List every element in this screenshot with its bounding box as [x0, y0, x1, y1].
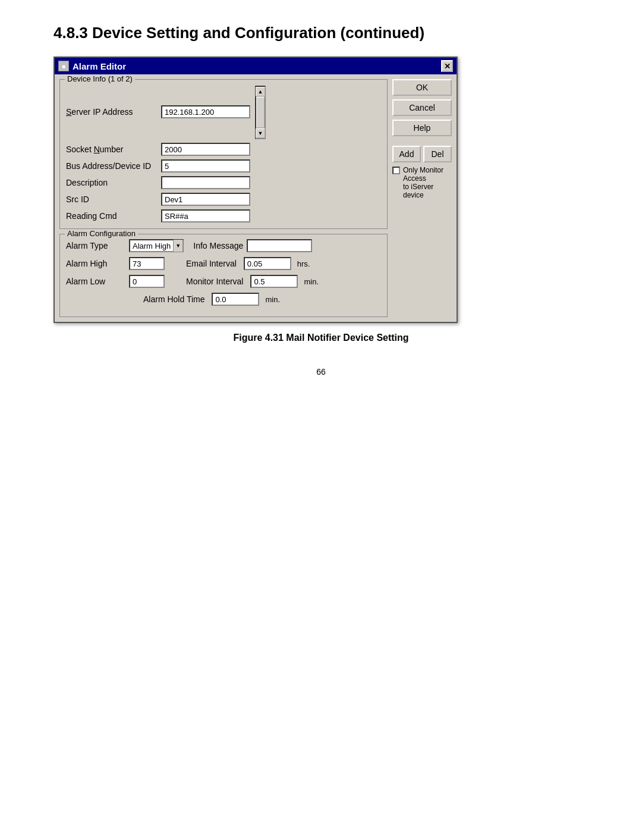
description-input[interactable] [161, 176, 250, 189]
scroll-down-arrow[interactable]: ▼ [256, 128, 265, 138]
section-heading: 4.8.3 Device Setting and Configuration (… [54, 24, 588, 42]
src-id-row: Src ID [66, 193, 381, 206]
email-interval-unit: hrs. [297, 259, 310, 268]
add-button[interactable]: Add [392, 146, 421, 162]
alarm-editor-dialog: ■ Alarm Editor ✕ Device Info (1 of 2) Se… [54, 57, 458, 323]
only-monitor-label: Only Monitor Access to iServer device [403, 166, 452, 199]
titlebar-left: ■ Alarm Editor [58, 61, 126, 71]
alarm-hold-time-input[interactable] [212, 293, 259, 306]
description-row: Description [66, 176, 381, 189]
device-list-scrollbar[interactable]: ▲ ▼ [255, 86, 266, 139]
src-id-input[interactable] [161, 193, 250, 206]
figure-caption: Figure 4.31 Mail Notifier Device Setting [54, 333, 588, 343]
only-monitor-checkbox[interactable] [392, 167, 400, 174]
alarm-hold-time-label: Alarm Hold Time [143, 294, 204, 304]
alarm-type-value: Alarm High [130, 242, 173, 250]
reading-cmd-row: Reading Cmd [66, 209, 381, 222]
server-ip-input[interactable] [161, 105, 250, 118]
cancel-button[interactable]: Cancel [392, 99, 452, 116]
reading-cmd-input[interactable] [161, 209, 250, 222]
monitor-interval-label: Monitor Interval [186, 277, 243, 286]
alarm-low-input[interactable] [129, 275, 165, 288]
alarm-high-input[interactable] [129, 257, 165, 270]
alarm-type-row: Alarm Type Alarm High ▼ Info Message [66, 239, 381, 252]
close-button[interactable]: ✕ [441, 60, 453, 72]
monitor-interval-input[interactable] [250, 275, 298, 288]
alarm-high-row: Alarm High Email Interval hrs. [66, 257, 381, 270]
scroll-up-arrow[interactable]: ▲ [256, 87, 265, 96]
dialog-title-text: Alarm Editor [73, 61, 126, 71]
device-info-group: Device Info (1 of 2) Server IP Address ▲… [59, 79, 388, 229]
ok-button[interactable]: OK [392, 79, 452, 96]
monitor-interval-unit: min. [304, 277, 319, 286]
alarm-low-label: Alarm Low [66, 277, 125, 286]
bus-address-label: Bus Address/Device ID [66, 161, 161, 171]
alarm-type-dropdown-arrow[interactable]: ▼ [173, 240, 182, 252]
add-del-section: Add Del Only Monitor Access to iServer d… [392, 145, 452, 199]
add-del-row: Add Del [392, 146, 452, 162]
alarm-hold-time-row: Alarm Hold Time min. [66, 293, 381, 306]
email-interval-input[interactable] [244, 257, 291, 270]
socket-number-input[interactable] [161, 143, 250, 156]
dialog-side-buttons: OK Cancel Help Add Del Only Monitor Acce… [392, 79, 452, 317]
device-info-legend: Device Info (1 of 2) [65, 74, 135, 83]
email-interval-label: Email Interval [186, 259, 237, 268]
page-number: 66 [54, 367, 588, 377]
alarm-type-dropdown-wrapper[interactable]: Alarm High ▼ [129, 239, 184, 252]
alarm-low-row: Alarm Low Monitor Interval min. [66, 275, 381, 288]
bus-address-row: Bus Address/Device ID [66, 159, 381, 173]
server-ip-label: Server IP Address [66, 107, 161, 117]
socket-number-label: Socket Number [66, 145, 161, 154]
socket-number-row: Socket Number [66, 143, 381, 156]
alarm-high-label: Alarm High [66, 259, 125, 268]
help-button[interactable]: Help [392, 120, 452, 136]
scroll-thumb[interactable] [256, 97, 265, 128]
only-monitor-area: Only Monitor Access to iServer device [392, 166, 452, 199]
info-message-input[interactable] [247, 239, 312, 252]
info-message-label: Info Message [193, 241, 243, 250]
alarm-type-label: Alarm Type [66, 241, 125, 250]
server-ip-row: Server IP Address ▲ ▼ [66, 84, 381, 139]
page-content: 4.8.3 Device Setting and Configuration (… [54, 24, 588, 377]
del-button[interactable]: Del [423, 146, 452, 162]
title-icon-symbol: ■ [62, 63, 65, 70]
dialog-title-icon: ■ [58, 61, 69, 71]
dialog-main: Device Info (1 of 2) Server IP Address ▲… [59, 79, 388, 317]
dialog-body: Device Info (1 of 2) Server IP Address ▲… [55, 74, 457, 322]
alarm-config-legend: Alarm Configuration [65, 229, 138, 238]
alarm-hold-time-unit: min. [265, 295, 280, 304]
bus-address-input[interactable] [161, 159, 250, 173]
reading-cmd-label: Reading Cmd [66, 211, 161, 221]
alarm-config-group: Alarm Configuration Alarm Type Alarm Hig… [59, 234, 388, 317]
dialog-titlebar: ■ Alarm Editor ✕ [55, 58, 457, 74]
src-id-label: Src ID [66, 195, 161, 204]
description-label: Description [66, 178, 161, 187]
